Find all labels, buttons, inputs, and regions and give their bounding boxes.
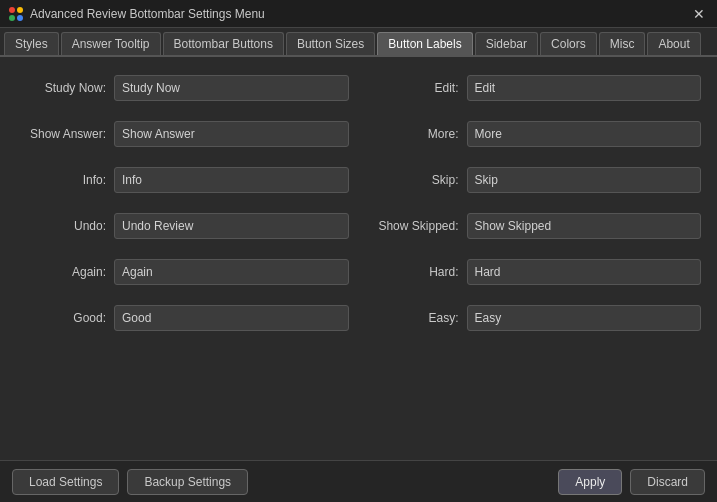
backup-settings-button[interactable]: Backup Settings [127, 469, 248, 495]
input-easy[interactable] [467, 305, 702, 331]
field-row-hard: Hard: [369, 253, 702, 291]
svg-point-3 [17, 15, 23, 21]
footer: Load Settings Backup Settings Apply Disc… [0, 460, 717, 502]
label-easy: Easy: [369, 311, 459, 325]
field-row-more: More: [369, 115, 702, 153]
tab-button-sizes[interactable]: Button Sizes [286, 32, 375, 55]
tab-bottombar-buttons[interactable]: Bottombar Buttons [163, 32, 284, 55]
field-row-show-skipped: Show Skipped: [369, 207, 702, 245]
input-skip[interactable] [467, 167, 702, 193]
svg-point-0 [9, 7, 15, 13]
tab-styles[interactable]: Styles [4, 32, 59, 55]
tab-bar: StylesAnswer TooltipBottombar ButtonsBut… [0, 28, 717, 57]
input-show-answer[interactable] [114, 121, 349, 147]
field-row-show-answer: Show Answer: [16, 115, 349, 153]
title-bar: Advanced Review Bottombar Settings Menu … [0, 0, 717, 28]
field-row-easy: Easy: [369, 299, 702, 337]
input-info[interactable] [114, 167, 349, 193]
field-row-study-now: Study Now: [16, 69, 349, 107]
input-study-now[interactable] [114, 75, 349, 101]
input-show-skipped[interactable] [467, 213, 702, 239]
apply-button[interactable]: Apply [558, 469, 622, 495]
field-row-edit: Edit: [369, 69, 702, 107]
window-title: Advanced Review Bottombar Settings Menu [30, 7, 689, 21]
tab-sidebar[interactable]: Sidebar [475, 32, 538, 55]
tab-button-labels[interactable]: Button Labels [377, 32, 472, 55]
tab-answer-tooltip[interactable]: Answer Tooltip [61, 32, 161, 55]
input-more[interactable] [467, 121, 702, 147]
label-good: Good: [16, 311, 106, 325]
svg-point-1 [17, 7, 23, 13]
label-undo: Undo: [16, 219, 106, 233]
field-row-undo: Undo: [16, 207, 349, 245]
footer-left: Load Settings Backup Settings [12, 469, 558, 495]
load-settings-button[interactable]: Load Settings [12, 469, 119, 495]
footer-right: Apply Discard [558, 469, 705, 495]
content-area: Study Now: Edit: Show Answer: More: Info… [0, 57, 717, 349]
input-good[interactable] [114, 305, 349, 331]
tab-colors[interactable]: Colors [540, 32, 597, 55]
label-show-skipped: Show Skipped: [369, 219, 459, 233]
label-study-now: Study Now: [16, 81, 106, 95]
discard-button[interactable]: Discard [630, 469, 705, 495]
field-row-info: Info: [16, 161, 349, 199]
input-undo[interactable] [114, 213, 349, 239]
field-row-good: Good: [16, 299, 349, 337]
tab-misc[interactable]: Misc [599, 32, 646, 55]
label-more: More: [369, 127, 459, 141]
close-button[interactable]: ✕ [689, 4, 709, 24]
field-row-again: Again: [16, 253, 349, 291]
input-hard[interactable] [467, 259, 702, 285]
label-again: Again: [16, 265, 106, 279]
field-row-skip: Skip: [369, 161, 702, 199]
label-edit: Edit: [369, 81, 459, 95]
input-again[interactable] [114, 259, 349, 285]
label-hard: Hard: [369, 265, 459, 279]
label-info: Info: [16, 173, 106, 187]
label-skip: Skip: [369, 173, 459, 187]
label-show-answer: Show Answer: [16, 127, 106, 141]
svg-point-2 [9, 15, 15, 21]
input-edit[interactable] [467, 75, 702, 101]
tab-about[interactable]: About [647, 32, 700, 55]
app-icon [8, 6, 24, 22]
